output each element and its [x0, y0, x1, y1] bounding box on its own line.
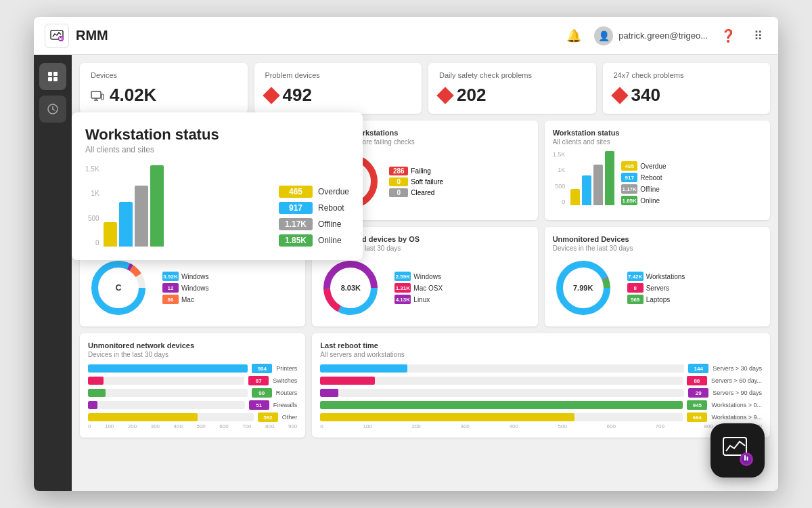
metric-daily-label: Daily safety check problems [439, 71, 585, 79]
metric-devices-value: 4.02K [91, 85, 237, 106]
metric-24x7: 24x7 check problems 340 [603, 63, 771, 114]
sidebar-icon-2[interactable] [39, 96, 66, 123]
svg-rect-5 [48, 72, 52, 76]
ws-bar-chart [104, 165, 268, 247]
uos-legend: 2.59KWindows 1.31KMac OSX 4.13KLinux [394, 272, 443, 304]
logo-area: RMM [45, 24, 108, 48]
ud-center: 7.99K [573, 284, 593, 292]
metric-daily-safety: Daily safety check problems 202 [428, 63, 596, 114]
dos-content: C 3.92KWindows 12Windows 86Mac [88, 257, 297, 318]
uos-donut: 8.03K [320, 257, 381, 318]
nd-chart: 904Printers 87Switches 99Routers 51Firew… [88, 364, 297, 422]
lr-chart: 144Servers > 30 days 88Servers > 60 day.… [320, 364, 762, 422]
app-title: RMM [76, 28, 108, 43]
ws-float-subtitle: All clients and sites [85, 145, 349, 154]
ws-float-chart: 1.5K1K5000 465 Overdue [85, 165, 349, 247]
ud-subtitle: Devices in the last 30 days [553, 245, 762, 252]
ws-bar-ylabels: 1.5K1K5000 [85, 165, 99, 247]
ud-donut: 7.99K [553, 257, 614, 318]
dos-center: C [116, 283, 122, 293]
ud-title: Unmonitored Devices [553, 235, 762, 243]
last-reboot-card: Last reboot time All servers and worksta… [312, 333, 770, 438]
ws-float-title: Workstation status [85, 126, 349, 144]
ws-status-right-card: Workstation status All clients and sites… [545, 121, 770, 220]
help-icon[interactable]: ❓ [719, 26, 738, 45]
pw-failing-label: Failing [411, 167, 430, 175]
ws-overdue-label: Overdue [318, 187, 349, 196]
ws-reboot-badge: 917 [279, 202, 313, 214]
svg-rect-13 [102, 94, 104, 100]
notification-icon[interactable]: 🔔 [564, 26, 583, 45]
wsr-subtitle: All clients and sites [553, 138, 762, 146]
dashboard-row3: Unmonitored network devices Devices in t… [80, 333, 770, 438]
metric-devices: Devices 4.02K [80, 63, 248, 114]
app-icon-badge [710, 423, 765, 478]
metric-problem-label: Problem devices [265, 71, 411, 79]
svg-rect-8 [53, 77, 58, 81]
apps-icon[interactable]: ⠿ [748, 26, 767, 45]
diamond-icon-3 [611, 87, 628, 104]
sidebar-icon-1[interactable] [39, 63, 66, 90]
metric-devices-label: Devices [91, 71, 237, 79]
pw-cleared-badge: 0 [389, 188, 408, 197]
pw-failing-badge: 286 [389, 167, 408, 175]
ud-legend: 7.42KWorkstations 8Servers 569Laptops [627, 272, 685, 304]
content-area: Devices 4.02K Problem devices 492 [72, 55, 778, 491]
browser-window: RMM 🔔 👤 patrick.green@trigeo... ❓ ⠿ [34, 17, 778, 491]
titlebar-actions: 🔔 👤 patrick.green@trigeo... ❓ ⠿ [564, 26, 767, 45]
pw-legend: 286Failing 0Soft failure 0Cleared [389, 167, 443, 197]
metric-problem-value: 492 [265, 85, 411, 106]
uos-center: 8.03K [341, 284, 361, 292]
unmonitored-devices-card: Unmonitored Devices Devices in the last … [545, 227, 770, 326]
dos-donut: C [88, 257, 149, 318]
metric-daily-value: 202 [439, 85, 585, 106]
ws-online-label: Online [318, 236, 342, 245]
metric-24x7-value: 340 [614, 85, 760, 106]
svg-rect-4 [62, 37, 62, 40]
ws-online-badge: 1.85K [279, 234, 313, 247]
user-avatar: 👤 [594, 26, 613, 45]
lr-title: Last reboot time [320, 341, 762, 350]
sidebar [34, 55, 72, 491]
network-devices-card: Unmonitored network devices Devices in t… [80, 333, 305, 438]
ws-offline-label: Offline [318, 219, 341, 229]
metric-problem-devices: Problem devices 492 [254, 63, 422, 114]
uos-content: 8.03K 2.59KWindows 1.31KMac OSX 4.13KLin… [320, 257, 529, 318]
ud-content: 7.99K 7.42KWorkstations 8Servers 569Lapt… [553, 257, 762, 318]
svg-rect-10 [91, 91, 101, 98]
svg-rect-32 [747, 457, 748, 461]
diamond-icon-2 [436, 87, 453, 104]
svg-rect-28 [723, 438, 746, 455]
titlebar: RMM 🔔 👤 patrick.green@trigeo... ❓ ⠿ [34, 17, 778, 55]
ws-float-legend: 465 Overdue 917 Reboot 1.17K Offline 1 [279, 186, 349, 247]
dos-legend: 3.92KWindows 12Windows 86Mac [162, 272, 209, 304]
pw-soft-label: Soft failure [411, 178, 443, 186]
nd-subtitle: Devices in the last 30 days [88, 351, 297, 358]
metric-24x7-number: 340 [631, 85, 660, 106]
svg-rect-6 [53, 72, 58, 76]
pw-soft-badge: 0 [389, 177, 408, 186]
metric-devices-number: 4.02K [110, 85, 156, 106]
wsr-title: Workstation status [553, 129, 762, 137]
metric-daily-number: 202 [457, 85, 486, 106]
top-metrics: Devices 4.02K Problem devices 492 [80, 63, 770, 114]
ws-reboot-label: Reboot [318, 203, 344, 213]
svg-point-30 [742, 454, 751, 464]
main-layout: Devices 4.02K Problem devices 492 [34, 55, 778, 491]
pw-cleared-label: Cleared [411, 189, 434, 196]
svg-rect-3 [60, 38, 61, 40]
username: patrick.green@trigeo... [618, 30, 708, 41]
workstation-status-float: Workstation status All clients and sites… [72, 112, 363, 260]
ws-overdue-badge: 465 [279, 186, 313, 198]
app-logo [45, 24, 69, 48]
svg-rect-31 [744, 455, 746, 461]
user-info[interactable]: 👤 patrick.green@trigeo... [594, 26, 708, 45]
svg-rect-2 [59, 37, 60, 40]
device-icon [91, 89, 104, 102]
svg-rect-7 [48, 77, 52, 81]
diamond-icon-1 [263, 87, 279, 104]
nd-title: Unmonitored network devices [88, 341, 297, 350]
metric-problem-number: 492 [283, 85, 312, 106]
lr-subtitle: All servers and workstations [320, 351, 762, 358]
metric-24x7-label: 24x7 check problems [614, 71, 760, 79]
